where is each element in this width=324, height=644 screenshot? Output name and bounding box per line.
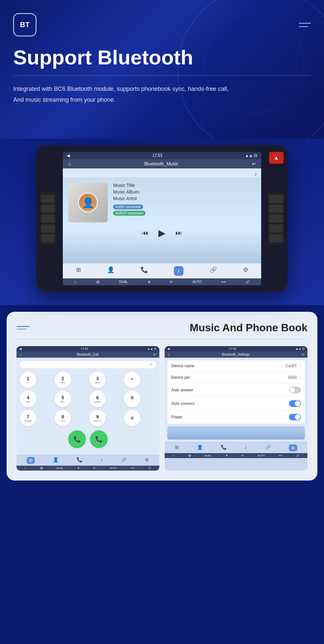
back-arrow[interactable]: ◀ — [67, 153, 70, 158]
card-menu-icon[interactable] — [17, 326, 30, 330]
settings-phone-icon[interactable]: 📞 — [221, 445, 226, 451]
note-icon-bar: ♪ — [63, 168, 261, 177]
settings-screen: ◀ 17:53 ▲▲ ⊟ ⌂ Bluetooth_Settings ↩ Devi… — [165, 346, 307, 471]
phone-bottom-nav: ⊞ 👤 📞 ♪ 🔗 ⚙ — [17, 455, 159, 466]
phone-status-bar: ◀ 17:53 ▲▲ ⊟ — [17, 346, 159, 351]
settings-back-arrow[interactable]: ◀ — [167, 347, 170, 350]
phone-menu-icon[interactable]: ⊞ — [27, 457, 35, 464]
dial-7[interactable]: 7PQRS — [20, 410, 36, 426]
sc-dual: DUAL — [204, 454, 211, 457]
dial-3[interactable]: 3DEF — [89, 372, 106, 388]
emergency-button[interactable]: ▲ — [269, 152, 284, 164]
power-toggle[interactable] — [289, 414, 301, 420]
sc-fan[interactable]: ❄ — [225, 454, 228, 457]
phone-settings-icon[interactable]: ⚙ — [145, 457, 149, 464]
settings-music-icon[interactable]: ♪ — [245, 445, 247, 451]
climate-home[interactable]: ⌂ — [74, 280, 76, 284]
play-button[interactable]: ▶ — [158, 228, 166, 238]
settings-back-icon[interactable]: ↩ — [302, 353, 304, 356]
phone-status-icons: ▲▲ ⊟ — [147, 347, 157, 350]
dial-8[interactable]: 8TUV — [55, 410, 71, 426]
dial-hash[interactable]: # — [124, 410, 141, 426]
music-title: Music Title — [113, 183, 256, 188]
phone-screen: ◀ 17:53 ▲▲ ⊟ ⌂ Bluetooth_Call ↩ ✕ 1— 2AB… — [17, 346, 159, 471]
pc-dual: DUAL — [56, 467, 63, 470]
auto-answer-item[interactable]: Auto answer — [167, 383, 305, 397]
music-nav-icon[interactable]: ♪ — [174, 266, 183, 276]
pc-power[interactable]: ⏻ — [40, 467, 43, 470]
contacts-nav-icon[interactable]: 👤 — [107, 266, 114, 276]
dial-6[interactable]: 6MNO — [89, 391, 106, 407]
device-name-item[interactable]: Device name CarBT › — [167, 360, 305, 372]
prev-button[interactable]: ⏮ — [142, 229, 148, 237]
phone-nav-icon[interactable]: 📞 — [141, 266, 148, 276]
auto-connect-toggle[interactable] — [289, 400, 301, 407]
dial-2[interactable]: 2ABC — [55, 372, 71, 388]
dial-9[interactable]: 9WXYZ — [89, 410, 106, 426]
settings-gear-icon[interactable]: ⚙ — [289, 445, 297, 451]
menu-nav-icon[interactable]: ⊞ — [76, 266, 81, 276]
pc-vol[interactable]: 🔊 — [148, 467, 151, 470]
screen-title: Bluetooth_Music — [144, 161, 179, 166]
next-button[interactable]: ⏭ — [176, 229, 182, 237]
sc-mode[interactable]: ⟳ — [241, 454, 244, 457]
climate-sync[interactable]: ⟺ — [221, 280, 226, 284]
settings-link-icon[interactable]: 🔗 — [265, 445, 271, 451]
screens-row: ◀ 17:53 ▲▲ ⊟ ⌂ Bluetooth_Call ↩ ✕ 1— 2AB… — [17, 346, 307, 471]
power-item[interactable]: Power — [167, 411, 305, 424]
call-button[interactable]: 📞 — [68, 430, 86, 448]
climate-vol[interactable]: 🔊 — [246, 280, 250, 284]
home-icon[interactable]: ⌂ — [68, 161, 71, 166]
menu-icon[interactable] — [299, 23, 311, 27]
link-nav-icon[interactable]: 🔗 — [210, 266, 217, 276]
settings-list: Device name CarBT › Device pin 0000 › Au… — [167, 360, 305, 424]
right-vent — [268, 192, 284, 245]
a2dp-badge: A2DP connected — [113, 204, 143, 209]
pc-home[interactable]: ⌂ — [24, 467, 26, 470]
settings-home-icon[interactable]: ⌂ — [168, 353, 170, 356]
climate-mode[interactable]: ⟳ — [170, 280, 173, 284]
phone-link-icon[interactable]: 🔗 — [121, 457, 127, 464]
sc-auto[interactable]: AUTO — [258, 454, 265, 457]
settings-climate: ⌂ ⏻ DUAL ❄ ⟳ AUTO ⟺ 🔊 — [165, 453, 307, 458]
screen-nav-bar: ⌂ Bluetooth_Music ↩ — [63, 159, 261, 168]
settings-content: Device name CarBT › Device pin 0000 › Au… — [165, 358, 307, 442]
settings-nav-icon[interactable]: ⚙ — [243, 266, 248, 276]
pc-sync[interactable]: ⟺ — [131, 467, 134, 470]
car-screen: ◀ 17:53 ▲▲ ⊟ ⌂ Bluetooth_Music ↩ ♪ — [63, 152, 261, 285]
search-close[interactable]: ✕ — [149, 362, 153, 367]
sc-sync[interactable]: ⟺ — [279, 454, 282, 457]
climate-power[interactable]: ⏻ — [96, 280, 100, 284]
settings-menu-icon[interactable]: ⊞ — [175, 445, 179, 451]
pc-auto[interactable]: AUTO — [109, 467, 117, 470]
sc-home[interactable]: ⌂ — [173, 454, 174, 457]
auto-connect-item[interactable]: Auto connect — [167, 397, 305, 411]
sc-vol[interactable]: 🔊 — [296, 454, 300, 457]
phone-contacts-icon[interactable]: 👤 — [53, 457, 59, 464]
phone-time: 17:53 — [81, 347, 88, 350]
settings-contacts-icon[interactable]: 👤 — [197, 445, 203, 451]
search-bar[interactable]: ✕ — [20, 361, 156, 368]
phone-home-icon[interactable]: ⌂ — [20, 353, 22, 356]
climate-fan[interactable]: ❄ — [148, 280, 150, 284]
climate-auto[interactable]: AUTO — [192, 280, 202, 284]
pc-mode[interactable]: ⟳ — [93, 467, 96, 470]
device-pin-item[interactable]: Device pin 0000 › — [167, 372, 305, 383]
settings-wave — [167, 426, 305, 440]
end-call-button[interactable]: 📞 — [90, 430, 108, 448]
dial-1[interactable]: 1— — [20, 372, 36, 388]
auto-answer-toggle[interactable] — [289, 387, 301, 393]
nav-back-icon[interactable]: ↩ — [252, 161, 256, 166]
note-icon[interactable]: ♪ — [254, 170, 257, 177]
pc-fan[interactable]: ❄ — [77, 467, 80, 470]
dial-4[interactable]: 4GHI — [20, 391, 36, 407]
sc-power[interactable]: ⏻ — [188, 454, 191, 457]
dial-5[interactable]: 5JKL — [55, 391, 71, 407]
phone-back-arrow[interactable]: ◀ — [19, 347, 21, 350]
dial-0[interactable]: 0+ — [124, 391, 141, 407]
phone-back-icon[interactable]: ↩ — [153, 353, 156, 356]
phone-phone-icon[interactable]: 📞 — [77, 457, 82, 464]
phone-music-icon[interactable]: ♪ — [101, 457, 103, 464]
dial-star[interactable]: * — [124, 372, 141, 388]
music-artist: Music Artist — [113, 196, 256, 201]
